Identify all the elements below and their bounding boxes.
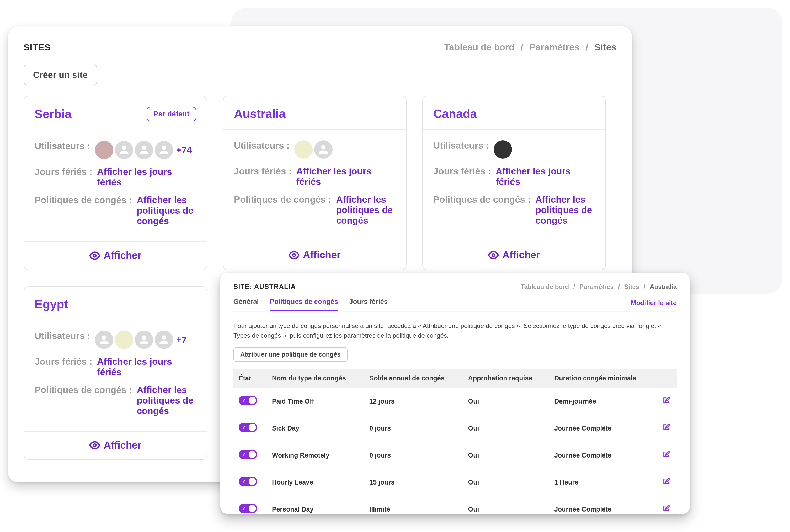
toggle-enabled[interactable]: ✓ bbox=[239, 450, 257, 459]
policies-link[interactable]: Afficher les politiques de congés bbox=[535, 194, 595, 226]
col-min-duration: Duration congée minimale bbox=[549, 369, 656, 388]
users-label: Utilisateurs : bbox=[234, 140, 289, 151]
edit-icon[interactable] bbox=[662, 505, 670, 512]
breadcrumb-separator: / bbox=[573, 283, 575, 290]
avatar-placeholder[interactable] bbox=[135, 330, 153, 349]
holidays-link[interactable]: Afficher les jours fériés bbox=[97, 356, 196, 377]
toggle-enabled[interactable]: ✓ bbox=[239, 423, 257, 432]
modify-site-link[interactable]: Modifier le site bbox=[631, 299, 677, 311]
table-header-row: État Nom du type de congés Solde annuel … bbox=[233, 369, 677, 388]
svg-point-0 bbox=[93, 254, 96, 257]
detail-header: SITE: AUSTRALIA Tableau de bord / Paramè… bbox=[233, 283, 677, 291]
breadcrumb-item-active: Australia bbox=[650, 283, 677, 290]
site-card-canada: Canada Utilisateurs : Jours fériés : Aff… bbox=[422, 96, 606, 270]
avatar[interactable] bbox=[115, 330, 133, 349]
cell-min: Journée Complète bbox=[549, 415, 656, 442]
person-icon bbox=[159, 335, 169, 345]
more-users-count[interactable]: +7 bbox=[176, 335, 187, 345]
breadcrumb-separator: / bbox=[586, 42, 588, 52]
eye-icon bbox=[90, 250, 100, 261]
cell-approval: Oui bbox=[463, 415, 549, 442]
tabs-row: Général Politiques de congés Jours férié… bbox=[233, 298, 677, 312]
breadcrumb-item[interactable]: Tableau de bord bbox=[521, 283, 569, 290]
view-site-link[interactable]: Afficher bbox=[289, 249, 341, 261]
edit-icon[interactable] bbox=[662, 424, 670, 431]
policies-row: Politiques de congés : Afficher les poli… bbox=[234, 194, 396, 226]
create-site-button[interactable]: Créer un site bbox=[24, 64, 97, 85]
avatar[interactable] bbox=[494, 140, 512, 159]
policies-label: Politiques de congés : bbox=[433, 194, 531, 205]
breadcrumb-item[interactable]: Tableau de bord bbox=[444, 42, 514, 52]
toggle-enabled[interactable]: ✓ bbox=[239, 504, 257, 513]
holidays-link[interactable]: Afficher les jours fériés bbox=[97, 167, 196, 188]
view-label: Afficher bbox=[502, 249, 540, 261]
site-card-body: Utilisateurs : Jours fériés : Afficher l… bbox=[423, 130, 605, 241]
eye-icon bbox=[90, 440, 100, 451]
edit-icon[interactable] bbox=[662, 478, 670, 485]
avatar-placeholder[interactable] bbox=[314, 140, 333, 159]
site-card-body: Utilisateurs : +7 Jours fériés : Affiche… bbox=[24, 320, 207, 431]
avatar-placeholder[interactable] bbox=[115, 141, 133, 159]
svg-point-3 bbox=[93, 444, 96, 446]
edit-icon[interactable] bbox=[662, 397, 670, 404]
view-site-link[interactable]: Afficher bbox=[488, 249, 540, 261]
toggle-enabled[interactable]: ✓ bbox=[239, 396, 257, 405]
sites-header: SITES Tableau de bord / Paramètres / Sit… bbox=[24, 42, 616, 53]
cell-approval: Oui bbox=[463, 388, 549, 415]
assign-policy-button[interactable]: Attribuer une politique de congés bbox=[233, 347, 347, 362]
avatar-placeholder[interactable] bbox=[155, 330, 173, 349]
person-icon bbox=[99, 335, 109, 345]
site-name: Canada bbox=[433, 107, 477, 121]
col-balance: Solde annuel de congés bbox=[364, 369, 463, 388]
cell-name: Working Remotely bbox=[267, 442, 364, 469]
users-row: Utilisateurs : bbox=[433, 140, 595, 159]
holidays-link[interactable]: Afficher les jours fériés bbox=[496, 166, 595, 187]
policies-link[interactable]: Afficher les politiques de congés bbox=[336, 194, 396, 226]
users-avatars bbox=[294, 140, 333, 159]
eye-icon bbox=[488, 250, 499, 260]
site-card-serbia: Serbia Par défaut Utilisateurs : +74 Jou… bbox=[24, 96, 207, 270]
avatar-placeholder[interactable] bbox=[135, 141, 153, 159]
policies-label: Politiques de congés : bbox=[35, 385, 132, 395]
view-site-link[interactable]: Afficher bbox=[90, 440, 142, 451]
page-title: SITES bbox=[24, 42, 51, 53]
site-card-row: Serbia Par défaut Utilisateurs : +74 Jou… bbox=[24, 96, 616, 270]
tab-general[interactable]: Général bbox=[233, 298, 259, 311]
breadcrumb-item[interactable]: Paramètres bbox=[579, 283, 614, 290]
site-card-footer: Afficher bbox=[24, 242, 207, 270]
check-icon: ✓ bbox=[242, 397, 246, 403]
avatar-placeholder[interactable] bbox=[155, 141, 173, 159]
holidays-label: Jours fériés : bbox=[433, 166, 491, 176]
edit-icon[interactable] bbox=[662, 451, 670, 458]
users-row: Utilisateurs : +7 bbox=[35, 330, 196, 349]
check-icon: ✓ bbox=[242, 505, 246, 512]
avatar[interactable] bbox=[95, 141, 113, 159]
tab-leave-policies[interactable]: Politiques de congés bbox=[270, 298, 338, 311]
policies-link[interactable]: Afficher les politiques de congés bbox=[137, 385, 196, 416]
view-label: Afficher bbox=[104, 440, 142, 451]
check-icon: ✓ bbox=[242, 451, 246, 458]
avatar-placeholder[interactable] bbox=[95, 330, 113, 349]
breadcrumb-item[interactable]: Sites bbox=[624, 283, 639, 290]
tab-holidays[interactable]: Jours fériés bbox=[349, 298, 388, 311]
holidays-label: Jours fériés : bbox=[35, 356, 92, 367]
default-badge: Par défaut bbox=[147, 107, 196, 121]
holidays-row: Jours fériés : Afficher les jours fériés bbox=[234, 166, 396, 187]
policies-link[interactable]: Afficher les politiques de congés bbox=[137, 195, 196, 226]
holidays-link[interactable]: Afficher les jours fériés bbox=[296, 166, 396, 187]
site-card-header: Serbia Par défaut bbox=[24, 96, 207, 130]
person-icon bbox=[139, 145, 149, 155]
breadcrumb-item[interactable]: Paramètres bbox=[529, 42, 579, 52]
person-icon bbox=[119, 145, 129, 155]
cell-min: Journée Complète bbox=[549, 442, 656, 469]
view-site-link[interactable]: Afficher bbox=[90, 250, 142, 261]
toggle-enabled[interactable]: ✓ bbox=[239, 477, 257, 486]
person-icon bbox=[139, 335, 149, 345]
cell-balance: 0 jours bbox=[364, 415, 463, 442]
col-state: État bbox=[233, 369, 267, 388]
avatar[interactable] bbox=[294, 140, 313, 159]
breadcrumb-separator: / bbox=[521, 42, 523, 52]
more-users-count[interactable]: +74 bbox=[176, 145, 192, 155]
table-row: ✓ Working Remotely 0 jours Oui Journée C… bbox=[233, 442, 677, 469]
cell-balance: 12 jours bbox=[364, 388, 463, 415]
